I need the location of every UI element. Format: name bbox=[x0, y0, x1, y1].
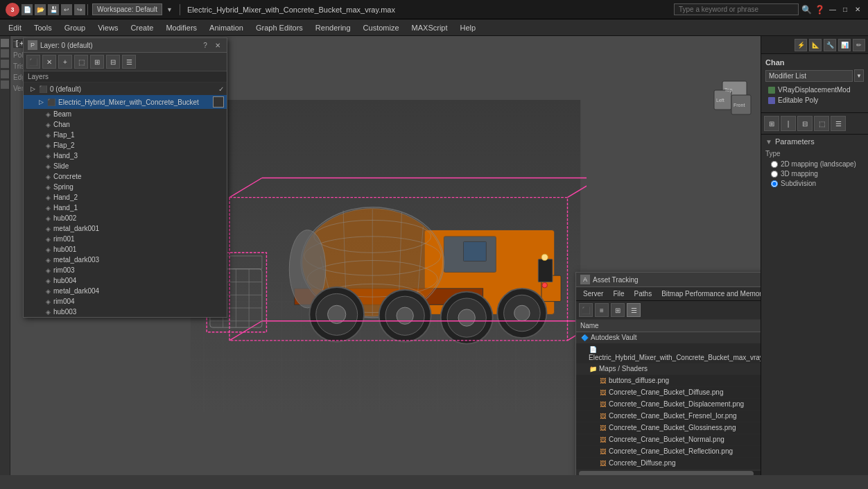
viewport[interactable]: Total Polys: 1 191 067 Tris: 1 205 473 E… bbox=[10, 36, 761, 475]
list-item[interactable]: ◈ metal_dark004 bbox=[24, 286, 227, 296]
minimize-button[interactable]: — bbox=[828, 5, 837, 15]
save-btn[interactable]: 💾 bbox=[48, 4, 59, 15]
list-item[interactable]: ◈ Spring bbox=[24, 182, 227, 192]
menu-customize[interactable]: Customize bbox=[358, 22, 405, 33]
table-row[interactable]: 🖼Concrete_Diffuse.png Found bbox=[576, 458, 761, 470]
workspace-arrow[interactable]: ▼ bbox=[166, 6, 173, 13]
menu-modifiers[interactable]: Modifiers bbox=[160, 22, 202, 33]
list-item[interactable]: ◈ Chan bbox=[24, 119, 227, 130]
asset-scrollbar[interactable] bbox=[579, 471, 761, 475]
radio-3dmapping[interactable] bbox=[771, 171, 778, 178]
mod-tool-3[interactable]: ⊟ bbox=[797, 116, 813, 131]
list-item[interactable]: ◈ Beam bbox=[24, 109, 227, 119]
search-icon[interactable]: 🔍 bbox=[801, 5, 812, 15]
asset-tool-1[interactable]: ⬛ bbox=[579, 303, 593, 317]
right-icon-4[interactable]: 📊 bbox=[838, 39, 851, 51]
new-btn[interactable]: 📄 bbox=[21, 4, 33, 15]
list-item[interactable]: ◈ rim001 bbox=[24, 234, 227, 244]
modifier-list-label[interactable]: Modifier List bbox=[765, 70, 853, 82]
radio-subdivision[interactable] bbox=[771, 180, 778, 187]
menu-create[interactable]: Create bbox=[125, 22, 159, 33]
modifier-list-arrow[interactable]: ▼ bbox=[854, 69, 864, 82]
table-row[interactable]: 🔷Autodesk Vault Logged bbox=[576, 332, 761, 344]
menu-group[interactable]: Group bbox=[59, 22, 92, 33]
open-btn[interactable]: 📂 bbox=[35, 4, 46, 15]
mod-tool-5[interactable]: ☰ bbox=[831, 116, 846, 131]
left-tool-4[interactable] bbox=[1, 70, 9, 78]
table-row[interactable]: 🖼Concrete_Crane_Bucket_Normal.png Found bbox=[576, 434, 761, 446]
list-item[interactable]: ▷ ⬛ 0 (default) ✓ bbox=[24, 83, 227, 95]
radio-2dmapping[interactable] bbox=[771, 161, 778, 168]
list-item[interactable]: ◈ hub001 bbox=[24, 244, 227, 255]
asset-menu-paths[interactable]: Paths bbox=[630, 289, 657, 299]
right-icon-5[interactable]: ✏ bbox=[853, 39, 865, 51]
table-row[interactable]: 📄Electric_Hybrid_Mixer_with_Concrete_Buc… bbox=[576, 344, 761, 363]
asset-menu-bitmap[interactable]: Bitmap Performance and Memory bbox=[657, 289, 761, 299]
layers-close-btn[interactable]: ✕ bbox=[213, 40, 223, 50]
layers-tool-5[interactable]: ⊞ bbox=[90, 55, 104, 69]
right-icon-1[interactable]: ⚡ bbox=[795, 39, 807, 51]
menu-help[interactable]: Help bbox=[455, 22, 482, 33]
list-item[interactable]: ▷ ⬛ Electric_Hybrid_Mixer_with_Concrete_… bbox=[24, 95, 227, 109]
table-row[interactable]: 🖼Concrete_Crane_Bucket_Diffuse.png Found bbox=[576, 387, 761, 399]
layers-tool-remove[interactable]: ✕ bbox=[42, 55, 56, 69]
list-item[interactable]: ◈ metal_dark003 bbox=[24, 255, 227, 265]
menu-edit[interactable]: Edit bbox=[3, 22, 27, 33]
modifier-item[interactable]: Editable Poly bbox=[765, 95, 864, 105]
layers-help-btn[interactable]: ? bbox=[200, 40, 210, 50]
left-tool-2[interactable] bbox=[1, 49, 9, 58]
asset-tool-2[interactable]: ≡ bbox=[595, 303, 609, 317]
list-item[interactable]: ◈ Concrete bbox=[24, 171, 227, 182]
menu-tools[interactable]: Tools bbox=[28, 22, 58, 33]
menu-animation[interactable]: Animation bbox=[204, 22, 249, 33]
modifier-item[interactable]: VRayDisplacementMod bbox=[765, 85, 864, 95]
layers-tool-add[interactable]: ⬛ bbox=[26, 55, 40, 69]
close-button[interactable]: ✕ bbox=[853, 5, 862, 15]
list-item[interactable]: ◈ hub004 bbox=[24, 275, 227, 286]
list-item[interactable]: ◈ hub002 bbox=[24, 213, 227, 223]
help-icon[interactable]: ❓ bbox=[815, 5, 825, 15]
table-row[interactable]: 🖼Concrete_Crane_Bucket_Reflection.png Fo… bbox=[576, 446, 761, 458]
table-row[interactable]: 🖼buttons_diffuse.png Found bbox=[576, 375, 761, 387]
undo-btn[interactable]: ↩ bbox=[61, 4, 72, 15]
right-icon-3[interactable]: 🔧 bbox=[824, 39, 836, 51]
left-tool-5[interactable] bbox=[1, 80, 9, 89]
list-item[interactable]: ◈ Slide bbox=[24, 161, 227, 171]
list-item[interactable]: ◈ hub003 bbox=[24, 307, 227, 317]
list-item[interactable]: ◈ rim003 bbox=[24, 265, 227, 275]
asset-menu-file[interactable]: File bbox=[609, 289, 628, 299]
table-row[interactable]: 🖼Concrete_Crane_Bucket_Glossiness.png Fo… bbox=[576, 422, 761, 434]
params-collapse-arrow[interactable]: ▼ bbox=[765, 138, 772, 146]
list-item[interactable]: ◈ metal_dark001 bbox=[24, 223, 227, 234]
list-item[interactable]: ◈ Hand_1 bbox=[24, 203, 227, 213]
mod-tool-4[interactable]: ⬚ bbox=[814, 116, 829, 131]
layers-tool-7[interactable]: ☰ bbox=[122, 55, 136, 69]
layers-tool-6[interactable]: ⊟ bbox=[106, 55, 120, 69]
asset-tool-3[interactable]: ⊞ bbox=[611, 303, 625, 317]
asset-scrollbar-thumb[interactable] bbox=[579, 471, 754, 475]
mod-tool-2[interactable]: | bbox=[781, 116, 796, 131]
right-icon-2[interactable]: 📐 bbox=[809, 39, 822, 51]
menu-maxscript[interactable]: MAXScript bbox=[406, 22, 453, 33]
list-item[interactable]: ◈ Flap_2 bbox=[24, 140, 227, 151]
workspace-button[interactable]: Workspace: Default bbox=[92, 3, 162, 15]
layers-list[interactable]: ▷ ⬛ 0 (default) ✓ ▷ ⬛ Electric_Hybrid_Mi… bbox=[24, 83, 227, 317]
viewport-cube[interactable]: Top Left Front bbox=[712, 78, 754, 119]
menu-rendering[interactable]: Rendering bbox=[310, 22, 356, 33]
menu-graph-editors[interactable]: Graph Editors bbox=[250, 22, 309, 33]
left-tool-3[interactable] bbox=[1, 60, 9, 68]
search-input[interactable] bbox=[674, 3, 799, 15]
table-row[interactable]: 📁Maps / Shaders bbox=[576, 363, 761, 375]
list-item[interactable]: ◈ Flap_1 bbox=[24, 130, 227, 140]
layer-vis-box[interactable] bbox=[213, 96, 224, 108]
maximize-button[interactable]: □ bbox=[840, 5, 850, 15]
asset-menu-server[interactable]: Server bbox=[579, 289, 607, 299]
list-item[interactable]: ◈ Hand_2 bbox=[24, 192, 227, 203]
list-item[interactable]: ◈ Hand_3 bbox=[24, 151, 227, 161]
mod-tool-1[interactable]: ⊞ bbox=[764, 116, 779, 131]
menu-views[interactable]: Views bbox=[92, 22, 123, 33]
table-row[interactable]: 🖼Concrete_Crane_Bucket_Displacement.png … bbox=[576, 399, 761, 411]
list-item[interactable]: ◈ rim004 bbox=[24, 296, 227, 307]
asset-tool-4[interactable]: ☰ bbox=[627, 303, 641, 317]
layers-tool-4[interactable]: ⬚ bbox=[74, 55, 88, 69]
